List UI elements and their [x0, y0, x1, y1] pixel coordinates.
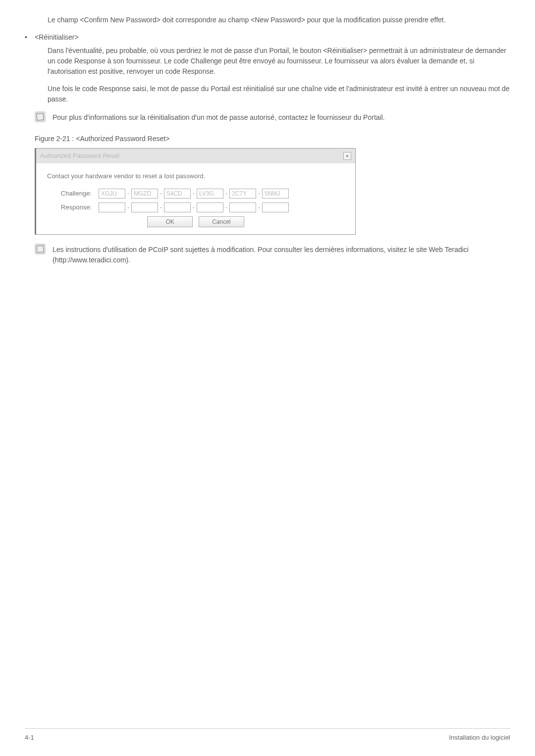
paragraph-confirm-match: Le champ <Confirm New Password> doit cor… [48, 15, 510, 25]
dash-icon: - [258, 189, 260, 198]
dash-icon: - [193, 203, 195, 212]
note-block-1: Pour plus d'informations sur la réinitia… [35, 111, 510, 123]
ok-button[interactable]: OK [147, 216, 193, 227]
challenge-seg-3 [164, 189, 191, 199]
paragraph-reinit-body1: Dans l'éventualité, peu probable, où vou… [48, 46, 510, 77]
dash-icon: - [225, 203, 227, 212]
note-text-1: Pour plus d'informations sur la réinitia… [53, 111, 510, 123]
authorized-password-reset-dialog: Authorized Password Reset × Contact your… [35, 148, 356, 235]
cancel-button[interactable]: Cancel [199, 216, 244, 227]
response-row: Response: - - - - - [47, 202, 344, 212]
bullet-item-reinitialiser: • <Réinitialiser> [25, 32, 510, 43]
note-block-2: Les instructions d'utilisation de PCoIP … [35, 244, 510, 265]
dialog-title-text: Authorized Password Reset [40, 151, 119, 161]
dash-icon: - [160, 189, 162, 198]
note-icon [35, 244, 46, 254]
note-icon [35, 111, 46, 122]
dialog-titlebar: Authorized Password Reset × [36, 149, 355, 163]
figure-caption: Figure 2-21 : <Authorized Password Reset… [35, 134, 510, 144]
response-seg-2[interactable] [131, 202, 158, 212]
response-seg-3[interactable] [164, 202, 191, 212]
close-icon[interactable]: × [343, 152, 351, 160]
footer-section-title: Installation du logiciel [449, 733, 510, 743]
note-text-2: Les instructions d'utilisation de PCoIP … [53, 244, 510, 265]
paragraph-reinit-body2: Une fois le code Response saisi, le mot … [48, 84, 510, 104]
page-footer: 4-1 Installation du logiciel [25, 728, 510, 743]
challenge-row: Challenge: - - - - - [47, 189, 344, 199]
dash-icon: - [160, 203, 162, 212]
response-seg-1[interactable] [99, 202, 125, 212]
response-seg-6[interactable] [262, 202, 289, 212]
dash-icon: - [225, 189, 227, 198]
response-seg-5[interactable] [229, 202, 256, 212]
dash-icon: - [258, 203, 260, 212]
challenge-seg-6 [262, 189, 289, 199]
bullet-marker: • [25, 32, 35, 43]
challenge-seg-2 [131, 189, 158, 199]
dialog-instruction: Contact your hardware vendor to reset a … [47, 171, 344, 181]
dash-icon: - [127, 189, 129, 198]
response-seg-4[interactable] [197, 202, 223, 212]
challenge-seg-5 [229, 189, 256, 199]
footer-page-number: 4-1 [25, 733, 34, 743]
challenge-seg-4 [197, 189, 223, 199]
response-label: Response: [47, 202, 99, 212]
dash-icon: - [127, 203, 129, 212]
challenge-seg-1 [99, 189, 125, 199]
bullet-label: <Réinitialiser> [35, 32, 510, 43]
challenge-label: Challenge: [47, 189, 99, 199]
dash-icon: - [193, 189, 195, 198]
